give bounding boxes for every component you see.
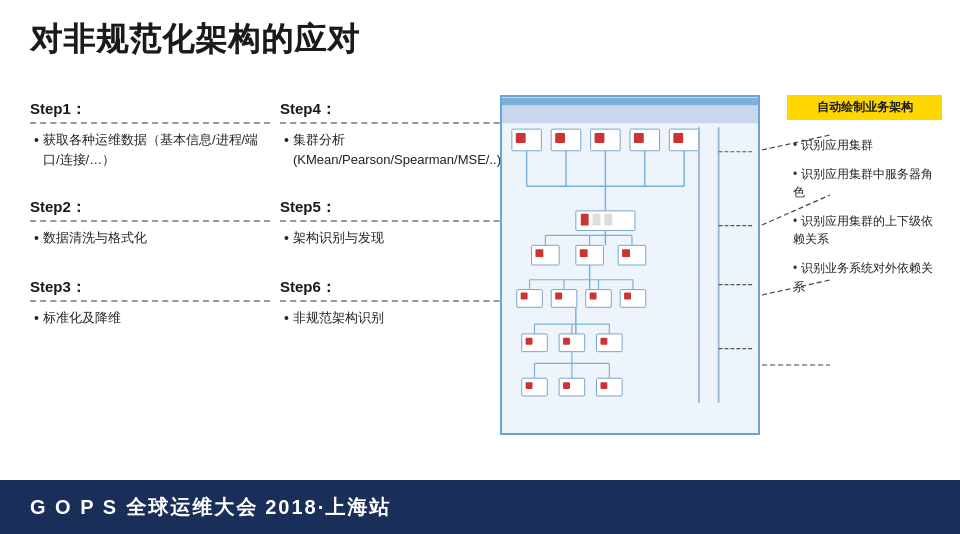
svg-rect-12 [634, 133, 644, 143]
svg-rect-41 [555, 293, 562, 300]
step2-block: Step2： • 数据清洗与格式化 [30, 198, 270, 250]
step1-bullet: • 获取各种运维数据（基本信息/进程/端口/连接/…） [34, 130, 270, 170]
step4-body: • 集群分析(KMean/Pearson/Spearman/MSE/..) [280, 130, 520, 170]
step6-block: Step6： • 非规范架构识别 [280, 278, 520, 330]
annotation-item-4: 识别业务系统对外依赖关系 [787, 259, 942, 296]
bullet-dot-3: • [34, 308, 39, 330]
step2-bullet: • 数据清洗与格式化 [34, 228, 270, 250]
annotation-item-3: 识别应用集群的上下级依赖关系 [787, 212, 942, 249]
bullet-dot-5: • [284, 228, 289, 250]
step2-text: 数据清洗与格式化 [43, 228, 270, 250]
step2-title: Step2： [30, 198, 270, 222]
step1-body: • 获取各种运维数据（基本信息/进程/端口/连接/…） [30, 130, 270, 170]
svg-rect-25 [604, 214, 612, 226]
svg-rect-38 [517, 290, 543, 308]
svg-rect-24 [593, 214, 601, 226]
svg-rect-62 [522, 378, 548, 396]
bullet-dot-6: • [284, 308, 289, 330]
svg-rect-23 [581, 214, 589, 226]
step1-text: 获取各种运维数据（基本信息/进程/端口/连接/…） [43, 130, 270, 170]
svg-rect-57 [600, 338, 607, 345]
bullet-dot-4: • [284, 130, 289, 170]
step6-title: Step6： [280, 278, 520, 302]
step5-block: Step5： • 架构识别与发现 [280, 198, 520, 250]
step3-text: 标准化及降维 [43, 308, 270, 330]
svg-rect-52 [522, 334, 548, 352]
svg-rect-66 [597, 378, 623, 396]
svg-rect-54 [559, 334, 585, 352]
svg-rect-55 [563, 338, 570, 345]
svg-rect-10 [595, 133, 605, 143]
svg-rect-4 [502, 105, 758, 123]
step4-bullet: • 集群分析(KMean/Pearson/Spearman/MSE/..) [284, 130, 520, 170]
step3-title: Step3： [30, 278, 270, 302]
annotation-item-1: 识别应用集群 [787, 136, 942, 155]
page-title: 对非规范化架构的应对 [30, 18, 930, 62]
svg-rect-45 [624, 293, 631, 300]
svg-rect-39 [521, 293, 528, 300]
svg-rect-64 [559, 378, 585, 396]
step5-text: 架构识别与发现 [293, 228, 520, 250]
step6-body: • 非规范架构识别 [280, 308, 520, 330]
step3-bullet: • 标准化及降维 [34, 308, 270, 330]
svg-rect-14 [673, 133, 683, 143]
step2-body: • 数据清洗与格式化 [30, 228, 270, 250]
step4-block: Step4： • 集群分析(KMean/Pearson/Spearman/MSE… [280, 100, 520, 170]
svg-rect-44 [620, 290, 646, 308]
step5-body: • 架构识别与发现 [280, 228, 520, 250]
arch-diagram [500, 95, 760, 435]
step4-text: 集群分析(KMean/Pearson/Spearman/MSE/..) [293, 130, 520, 170]
svg-rect-30 [580, 249, 588, 257]
main-content: 对非规范化架构的应对 Step1： • 获取各种运维数据（基本信息/进程/端口/… [0, 0, 960, 480]
svg-rect-56 [597, 334, 623, 352]
step5-title: Step5： [280, 198, 520, 222]
svg-rect-63 [526, 382, 533, 389]
step4-title: Step4： [280, 100, 520, 124]
svg-rect-32 [622, 249, 630, 257]
steps-container: Step1： • 获取各种运维数据（基本信息/进程/端口/连接/…） Step2… [30, 100, 530, 330]
steps-col-2: Step4： • 集群分析(KMean/Pearson/Spearman/MSE… [280, 100, 530, 330]
step3-body: • 标准化及降维 [30, 308, 270, 330]
footer-text: G O P S 全球运维大会 2018·上海站 [30, 494, 391, 521]
step6-bullet: • 非规范架构识别 [284, 308, 520, 330]
step1-title: Step1： [30, 100, 270, 124]
svg-rect-43 [590, 293, 597, 300]
svg-rect-40 [551, 290, 577, 308]
svg-rect-67 [600, 382, 607, 389]
step5-bullet: • 架构识别与发现 [284, 228, 520, 250]
annotation-title: 自动绘制业务架构 [787, 95, 942, 120]
svg-rect-6 [516, 133, 526, 143]
svg-rect-8 [555, 133, 565, 143]
diagram-svg [502, 97, 758, 433]
step6-text: 非规范架构识别 [293, 308, 520, 330]
footer-bar: G O P S 全球运维大会 2018·上海站 [0, 480, 960, 534]
annotation-item-2: 识别应用集群中服务器角色 [787, 165, 942, 202]
annotation-box: 自动绘制业务架构 识别应用集群 识别应用集群中服务器角色 识别应用集群的上下级依… [787, 95, 942, 296]
bullet-dot: • [34, 130, 39, 170]
bullet-dot-2: • [34, 228, 39, 250]
svg-rect-28 [535, 249, 543, 257]
svg-rect-42 [586, 290, 612, 308]
steps-col-1: Step1： • 获取各种运维数据（基本信息/进程/端口/连接/…） Step2… [30, 100, 280, 330]
step1-block: Step1： • 获取各种运维数据（基本信息/进程/端口/连接/…） [30, 100, 270, 170]
svg-rect-65 [563, 382, 570, 389]
svg-rect-53 [526, 338, 533, 345]
step3-block: Step3： • 标准化及降维 [30, 278, 270, 330]
svg-rect-3 [502, 98, 758, 106]
